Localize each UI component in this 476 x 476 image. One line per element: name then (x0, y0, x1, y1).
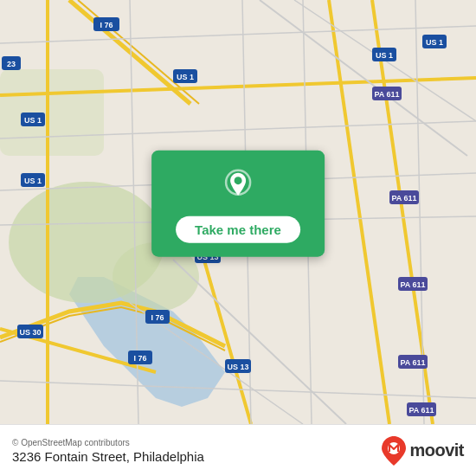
map-container: I 76 US 1 US 1 US 1 US 13 US 30 I 76 I 7… (0, 0, 476, 424)
svg-text:I 76: I 76 (151, 313, 164, 322)
svg-text:US 1: US 1 (177, 73, 194, 81)
popup-overlay: Take me there (151, 151, 325, 257)
address-text: 3236 Fontain Street, Philadelphia (12, 449, 204, 464)
bottom-bar: © OpenStreetMap contributors 3236 Fontai… (0, 424, 476, 476)
svg-text:PA 611: PA 611 (400, 358, 425, 367)
svg-text:I 76: I 76 (133, 354, 146, 363)
svg-text:I 76: I 76 (100, 21, 113, 29)
svg-text:23: 23 (7, 60, 16, 68)
bottom-left: © OpenStreetMap contributors 3236 Fontai… (12, 438, 204, 464)
svg-text:US 1: US 1 (426, 38, 443, 47)
svg-text:US 1: US 1 (24, 116, 42, 125)
svg-point-62 (235, 177, 242, 184)
svg-text:US 13: US 13 (227, 363, 248, 371)
svg-rect-5 (0, 69, 104, 156)
popup-card: Take me there (151, 151, 325, 257)
svg-text:PA 611: PA 611 (400, 280, 425, 289)
moovit-logo: moovit (382, 436, 464, 466)
moovit-wordmark: moovit (409, 441, 464, 460)
svg-text:PA 611: PA 611 (374, 90, 399, 99)
svg-text:US 30: US 30 (19, 328, 41, 337)
moovit-pin-icon (382, 436, 406, 466)
svg-text:PA 611: PA 611 (408, 406, 434, 415)
osm-attribution: © OpenStreetMap contributors (12, 438, 204, 447)
svg-text:PA 611: PA 611 (391, 194, 416, 203)
svg-text:US 1: US 1 (376, 51, 393, 60)
take-me-there-button[interactable]: Take me there (176, 216, 300, 243)
svg-text:US 1: US 1 (24, 177, 42, 185)
location-pin-icon (220, 166, 256, 206)
